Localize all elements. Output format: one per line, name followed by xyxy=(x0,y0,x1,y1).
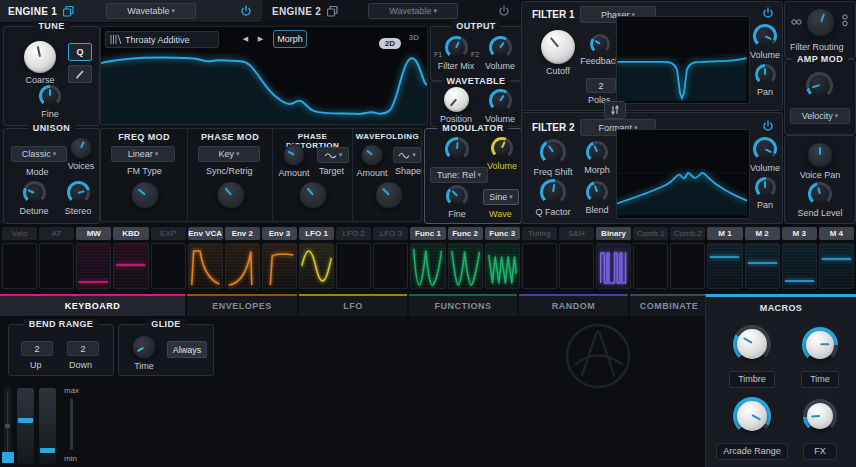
engine2-type-dropdown[interactable]: Wavetable▾ xyxy=(368,3,458,19)
mod-source-button[interactable]: Env VCA xyxy=(188,227,223,240)
mod-wheel-slider[interactable] xyxy=(17,388,34,464)
amp-mod-knob[interactable] xyxy=(806,72,833,99)
mod-source-tile[interactable] xyxy=(76,243,111,289)
tab-combinate[interactable]: COMBINATE xyxy=(630,294,708,316)
mod-source-button[interactable]: LFO 3 xyxy=(373,227,408,240)
mod-source-tile[interactable] xyxy=(819,243,854,289)
mod-source-button[interactable]: Turing xyxy=(522,227,557,240)
mod-source-button[interactable]: EXP xyxy=(151,227,186,240)
mod-source-button[interactable]: Comb 1 xyxy=(633,227,668,240)
mod-source-button[interactable]: Env 2 xyxy=(225,227,260,240)
mod-source-button[interactable]: LFO 2 xyxy=(336,227,371,240)
mod-source-tile[interactable] xyxy=(782,243,817,289)
mod-source-button[interactable]: M 1 xyxy=(707,227,742,240)
amp-mod-source-dropdown[interactable]: Velocity▾ xyxy=(790,108,850,124)
pd-main-knob[interactable] xyxy=(299,181,327,209)
aftertouch-handle[interactable] xyxy=(40,448,55,453)
filter-routing-knob[interactable] xyxy=(806,8,835,37)
mod-source-tile[interactable] xyxy=(707,243,742,289)
voice-pan-knob[interactable]: Voice Pan xyxy=(800,142,840,180)
mod-source-tile[interactable] xyxy=(336,243,371,289)
prev-wavetable-button[interactable]: ◀ xyxy=(239,32,252,45)
mod-source-button[interactable]: LFO 1 xyxy=(299,227,334,240)
mod-source-button[interactable]: M 3 xyxy=(782,227,817,240)
mod-source-tile[interactable] xyxy=(633,243,668,289)
bend-up-value[interactable]: 2 xyxy=(21,341,53,356)
mod-wheel-handle[interactable] xyxy=(18,418,33,423)
position-knob[interactable]: Position xyxy=(433,87,479,124)
filter2-volume-knob[interactable]: Volume xyxy=(750,137,780,173)
tab-functions[interactable]: FUNCTIONS xyxy=(409,294,517,316)
tab-random[interactable]: RANDOM xyxy=(519,294,628,316)
mod-source-button[interactable]: Binary xyxy=(596,227,631,240)
glide-always-button[interactable]: Always xyxy=(167,341,207,358)
output-volume-knob[interactable]: Volume xyxy=(481,36,519,71)
engine1-power-icon[interactable] xyxy=(240,5,252,17)
mod-source-tile[interactable] xyxy=(151,243,186,289)
send-level-knob[interactable]: Send Level xyxy=(800,182,840,218)
tab-envelopes[interactable]: ENVELOPES xyxy=(187,294,297,316)
pd-amount-knob[interactable]: Amount xyxy=(275,144,313,178)
modulator-fine-knob[interactable]: Fine xyxy=(437,185,477,219)
filter1-volume-knob[interactable]: Volume xyxy=(750,24,780,60)
engine2-copy-icon[interactable] xyxy=(327,6,338,17)
mod-source-tile[interactable] xyxy=(299,243,334,289)
mod-source-tile[interactable] xyxy=(410,243,445,289)
filter2-morph-knob[interactable]: Morph xyxy=(580,141,614,175)
bend-down-value[interactable]: 2 xyxy=(67,341,99,356)
freq-mod-amount-knob[interactable] xyxy=(131,181,159,209)
unison-mode-dropdown[interactable]: Classic▾ xyxy=(11,146,67,162)
modulator-tune-knob[interactable] xyxy=(437,137,477,161)
edit-pencil-button[interactable] xyxy=(68,65,92,83)
poles-value[interactable]: 2 xyxy=(586,78,616,93)
wf-amount-knob[interactable]: Amount xyxy=(353,144,391,178)
mod-source-button[interactable]: Velo xyxy=(2,227,37,240)
mod-source-button[interactable]: MW xyxy=(76,227,111,240)
coarse-knob[interactable]: Coarse xyxy=(14,41,66,85)
mod-source-tile[interactable] xyxy=(2,243,37,289)
cutoff-knob[interactable]: Cutoff xyxy=(532,30,584,76)
mod-source-tile[interactable] xyxy=(745,243,780,289)
feedback-knob[interactable]: Feedback xyxy=(584,34,616,66)
mod-source-button[interactable]: Env 3 xyxy=(262,227,297,240)
modulator-wave-dropdown[interactable]: Sine▾ xyxy=(483,189,519,205)
mod-source-button[interactable]: Func 3 xyxy=(485,227,520,240)
quantize-button[interactable]: Q xyxy=(68,43,92,61)
next-wavetable-button[interactable]: ▶ xyxy=(254,32,267,45)
stereo-knob[interactable]: Stereo xyxy=(58,181,98,216)
mod-source-tile[interactable] xyxy=(262,243,297,289)
q-factor-knob[interactable]: Q Factor xyxy=(530,179,576,217)
filter2-power-icon[interactable] xyxy=(762,120,774,132)
mod-source-button[interactable]: AT xyxy=(39,227,74,240)
engine1-copy-icon[interactable] xyxy=(63,6,74,17)
mod-source-tile[interactable] xyxy=(522,243,557,289)
engine2-power-icon[interactable] xyxy=(498,5,510,17)
mod-source-button[interactable]: Func 2 xyxy=(448,227,483,240)
wavetable-volume-knob[interactable]: Volume xyxy=(481,89,519,124)
mod-source-tile[interactable] xyxy=(39,243,74,289)
mod-source-tile[interactable] xyxy=(596,243,631,289)
mod-source-tile[interactable] xyxy=(373,243,408,289)
view-3d-toggle[interactable]: 3D xyxy=(409,33,419,42)
filter1-power-icon[interactable] xyxy=(762,7,774,19)
fine-knob[interactable]: Fine xyxy=(26,85,74,119)
mod-source-tile[interactable] xyxy=(485,243,520,289)
mod-source-button[interactable]: M 2 xyxy=(745,227,780,240)
mod-source-tile[interactable] xyxy=(559,243,594,289)
macro-fx-knob[interactable]: FX xyxy=(792,399,848,460)
velocity-range-slider[interactable] xyxy=(70,398,73,450)
mod-source-button[interactable]: M 4 xyxy=(819,227,854,240)
sync-retrig-dropdown[interactable]: Key▾ xyxy=(198,146,260,162)
mod-source-tile[interactable] xyxy=(188,243,223,289)
filter-series-parallel-button[interactable] xyxy=(604,101,626,119)
tab-keyboard[interactable]: KEYBOARD xyxy=(0,294,185,316)
wf-shape-dropdown[interactable]: ▾ xyxy=(393,147,421,163)
freq-shift-knob[interactable]: Freq Shift xyxy=(530,139,576,177)
wf-main-knob[interactable] xyxy=(375,181,403,209)
mod-source-tile[interactable] xyxy=(448,243,483,289)
detune-knob[interactable]: Detune xyxy=(14,181,54,216)
macro-arcade-range-knob[interactable]: Arcade Range xyxy=(718,397,786,460)
filter2-pan-knob[interactable]: Pan xyxy=(752,177,778,210)
blend-knob[interactable]: Blend xyxy=(580,181,614,215)
voices-knob[interactable]: Voices xyxy=(66,137,96,171)
